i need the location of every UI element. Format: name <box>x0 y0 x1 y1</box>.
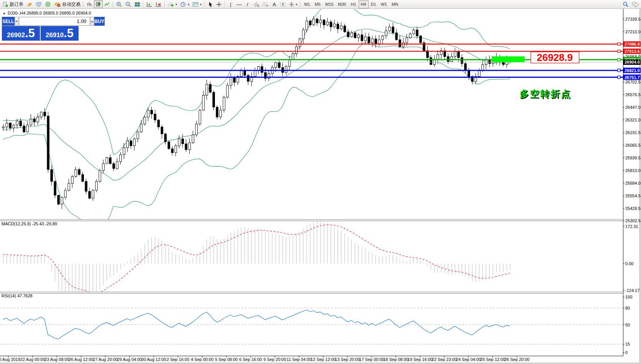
line-handle[interactable] <box>618 76 620 79</box>
volume-increase-button[interactable]: ▲ <box>90 17 94 26</box>
timeframe-button-M15[interactable]: M15 <box>323 0 336 8</box>
line-chart-button[interactable] <box>103 0 111 8</box>
sell-button[interactable]: SELL <box>2 17 15 26</box>
sell-price-frac: .5 <box>25 26 35 40</box>
auto-scroll-button[interactable] <box>145 0 154 8</box>
channel-tool-button[interactable]: E <box>252 0 261 8</box>
candlestick-chart-button[interactable] <box>94 0 103 8</box>
text-label-tool-button[interactable]: T <box>279 0 287 8</box>
svg-text:E: E <box>257 5 259 7</box>
price-axis-label: 25939.5 <box>625 156 641 160</box>
rsi-axis-label: 0 <box>625 350 628 355</box>
macd-axis-label: 172.31 <box>625 224 638 229</box>
clock-icon <box>180 2 186 7</box>
vertical-line-icon: | <box>230 2 231 7</box>
timeframe-button-M1[interactable]: M1 <box>302 0 312 8</box>
buy-price-display[interactable]: 26910.5 <box>41 26 79 41</box>
time-axis-label: 25 Sep 12:00 <box>480 357 505 362</box>
bar-chart-button[interactable] <box>85 0 94 8</box>
toolbar-separator <box>225 1 225 8</box>
text-tool-button[interactable]: A <box>270 0 279 8</box>
timeframe-button-M5[interactable]: M5 <box>312 0 323 8</box>
templates-dropdown-button[interactable]: ▾ <box>191 0 203 8</box>
vertical-line-tool-button[interactable]: | <box>226 0 235 8</box>
tile-windows-button[interactable] <box>133 0 142 8</box>
auto-trading-icon <box>54 2 61 7</box>
time-axis-label: 18 Sep 08:00 <box>383 357 408 362</box>
rsi-axis-label: 15 <box>625 342 630 346</box>
macd-histogram <box>3 221 510 299</box>
indicators-dropdown-button[interactable]: ▾ <box>166 0 179 8</box>
volume-decrease-button[interactable]: ▼ <box>15 17 18 26</box>
add-indicator-icon <box>168 2 174 7</box>
cursor-tool-button[interactable] <box>206 0 215 8</box>
toolbar-separator <box>164 1 165 8</box>
time-axis-label: 2 Sep 16:00 <box>167 357 189 362</box>
buy-button[interactable]: BUY <box>94 17 105 26</box>
periods-dropdown-button[interactable]: ▾ <box>179 0 191 8</box>
time-axis-label: 19 Sep 16:00 <box>408 357 433 362</box>
timeframe-button-MN[interactable]: MN <box>389 0 400 8</box>
fibonacci-icon: F <box>262 2 269 7</box>
chart-canvas[interactable]: 27339.527210.026958.026702.526576.526447… <box>0 0 641 364</box>
time-axis-label: 22 Sep 23:00 <box>432 357 457 362</box>
search-button[interactable] <box>621 0 630 8</box>
toolbar-grip <box>203 1 205 7</box>
time-axis-label: 26 Aug 12:00 <box>69 357 93 362</box>
zoom-out-button[interactable] <box>124 0 133 8</box>
chat-button[interactable] <box>630 0 640 8</box>
window-bottom-edge <box>0 362 641 364</box>
crosshair-icon <box>216 2 222 7</box>
price-callout-text: 26928.9 <box>537 52 573 63</box>
line-chart-icon <box>104 2 110 7</box>
price-axis-label: 26321.0 <box>625 118 641 122</box>
signals-button[interactable] <box>43 0 52 8</box>
timeframe-button-M30[interactable]: M30 <box>336 0 348 8</box>
time-axis-label: 22 Aug 00:00 <box>20 357 45 362</box>
chevron-down-icon: ▾ <box>175 3 177 6</box>
highlight-rectangle[interactable] <box>492 56 525 62</box>
volume-input[interactable] <box>19 17 90 26</box>
crosshair-tool-button[interactable] <box>215 0 223 8</box>
zoom-in-icon <box>116 2 122 7</box>
arrows-dropdown-button[interactable]: ▾ <box>287 0 299 8</box>
text-label-icon: T <box>280 2 286 7</box>
time-axis-label: 12 Sep 12:00 <box>311 357 336 362</box>
price-axis-label: 27339.5 <box>625 17 641 21</box>
line-handle[interactable] <box>618 69 620 72</box>
arrows-icon <box>289 2 294 7</box>
timeframe-group: M1M5M15M30H1H4D1W1MN <box>302 0 400 8</box>
line-handle[interactable] <box>618 50 620 52</box>
sell-price-main: 26902 <box>7 28 25 42</box>
timeframe-button-H1[interactable]: H1 <box>348 0 358 8</box>
chart-shift-icon <box>156 2 162 7</box>
market-watch-button[interactable] <box>34 0 43 8</box>
fibonacci-tool-button[interactable]: F <box>261 0 270 8</box>
collapse-arrow-icon[interactable]: ▲ <box>3 11 6 15</box>
line-handle[interactable] <box>618 43 620 45</box>
annotation-text[interactable]: 多空转折点 <box>520 89 571 99</box>
new-order-label: 新订单 <box>10 1 23 8</box>
trendline-tool-button[interactable]: / <box>243 0 252 8</box>
price-axis-label: 26702.5 <box>625 80 641 84</box>
auto-trading-button[interactable]: 自动交易 <box>52 0 82 8</box>
toolbar-separator <box>143 1 144 8</box>
timeframe-button-H4[interactable]: H4 <box>359 0 369 8</box>
sell-price-display[interactable]: 26902.5 <box>2 26 40 41</box>
new-order-button[interactable]: 新订单 <box>1 0 25 8</box>
chart-shift-button[interactable] <box>154 0 163 8</box>
rsi-indicator-label: RSI(14) 47.7628 <box>2 293 33 298</box>
buy-price-frac: .5 <box>64 26 74 40</box>
main-toolbar: 新订单 自动交易 ▾ ▾ <box>0 0 641 9</box>
zoom-in-button[interactable] <box>115 0 124 8</box>
candlestick-chart-icon <box>95 2 101 7</box>
profile-button[interactable] <box>25 0 34 8</box>
timeframe-button-D1[interactable]: D1 <box>369 0 379 8</box>
toolbar-grip <box>82 1 84 7</box>
new-order-icon <box>2 2 8 7</box>
timeframe-button-W1[interactable]: W1 <box>379 0 390 8</box>
price-tag-label: 27013.6 <box>625 49 640 54</box>
trendline-icon: / <box>247 2 248 7</box>
horizontal-line-tool-button[interactable]: — <box>235 0 243 8</box>
line-handle[interactable] <box>618 58 620 61</box>
